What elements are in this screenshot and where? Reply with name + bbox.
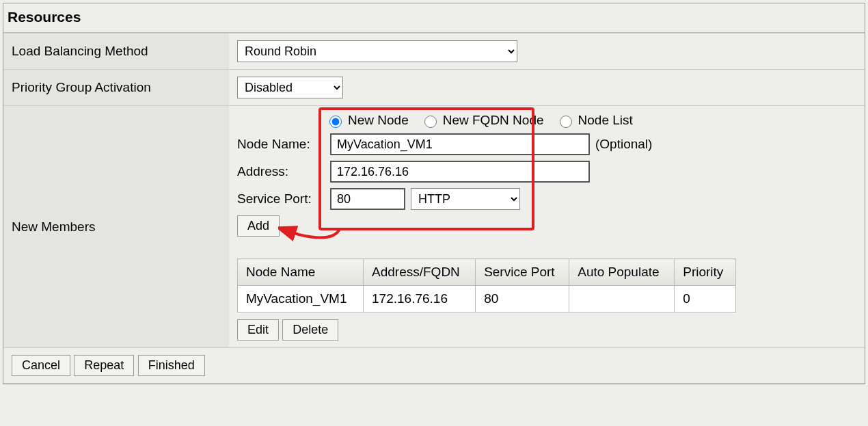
finished-button[interactable]: Finished (138, 355, 205, 376)
radio-node-list-label: Node List (578, 113, 633, 128)
delete-button[interactable]: Delete (282, 319, 338, 341)
edit-button[interactable]: Edit (237, 319, 279, 341)
radio-new-fqdn-node[interactable]: New FQDN Node (421, 113, 544, 128)
node-name-label: Node Name: (237, 137, 325, 152)
layout-table: Load Balancing Method Round Robin Priori… (3, 33, 865, 384)
node-type-radio-group: New Node New FQDN Node Node List (326, 113, 856, 128)
col-node-name: Node Name (238, 259, 364, 286)
node-name-input[interactable] (330, 133, 590, 155)
service-port-proto-select[interactable]: HTTP (411, 188, 520, 210)
col-address: Address/FQDN (364, 259, 476, 286)
radio-new-fqdn-node-label: New FQDN Node (443, 113, 544, 128)
repeat-button[interactable]: Repeat (74, 355, 134, 376)
cell-priority: 0 (675, 286, 736, 312)
add-button[interactable]: Add (237, 215, 280, 237)
cell-address: 172.16.76.16 (364, 286, 476, 312)
priority-group-select[interactable]: Disabled (237, 77, 343, 98)
col-service-port: Service Port (476, 259, 569, 286)
cancel-button[interactable]: Cancel (12, 355, 70, 376)
new-members-label: New Members (3, 106, 229, 348)
address-label: Address: (237, 164, 325, 179)
members-table: Node Name Address/FQDN Service Port Auto… (237, 258, 736, 312)
lb-method-label: Load Balancing Method (3, 34, 229, 70)
radio-new-fqdn-node-input[interactable] (424, 116, 437, 128)
radio-new-node-label: New Node (348, 113, 409, 128)
new-members-area: New Node New FQDN Node Node List (237, 113, 856, 341)
service-port-input[interactable] (330, 188, 405, 210)
panel-title: Resources (3, 3, 865, 33)
radio-new-node[interactable]: New Node (326, 113, 409, 128)
cell-node-name: MyVacation_VM1 (238, 286, 364, 312)
resources-panel: Resources Load Balancing Method Round Ro… (3, 3, 865, 384)
col-priority: Priority (675, 259, 736, 286)
lb-method-select[interactable]: Round Robin (237, 40, 517, 62)
table-row[interactable]: MyVacation_VM1 172.16.76.16 80 0 (238, 286, 736, 312)
address-input[interactable] (330, 161, 590, 183)
radio-node-list-input[interactable] (560, 116, 572, 128)
priority-group-label: Priority Group Activation (3, 70, 229, 106)
radio-new-node-input[interactable] (329, 116, 342, 128)
radio-node-list[interactable]: Node List (556, 113, 633, 128)
col-auto-populate: Auto Populate (569, 259, 675, 286)
service-port-label: Service Port: (237, 191, 325, 207)
cell-auto-populate (569, 286, 675, 312)
cell-service-port: 80 (476, 286, 569, 312)
node-name-optional: (Optional) (595, 137, 652, 152)
